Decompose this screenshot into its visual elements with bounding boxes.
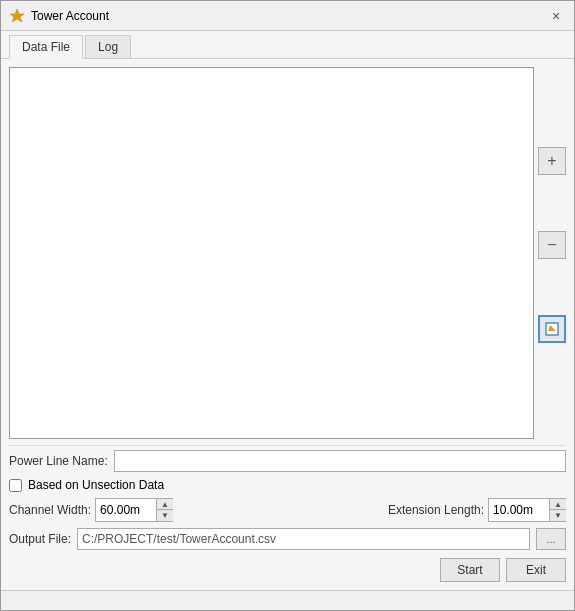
extension-length-group: Extension Length: ▲ ▼ [388, 498, 566, 522]
channel-width-spinner: ▲ ▼ [95, 498, 173, 522]
based-on-label: Based on Unsection Data [28, 478, 164, 492]
svg-marker-0 [10, 9, 24, 22]
extension-length-label: Extension Length: [388, 503, 484, 517]
browse-button[interactable]: ... [536, 528, 566, 550]
add-button[interactable]: + [538, 147, 566, 175]
main-window: Tower Account × Data File Log + − [0, 0, 575, 611]
window-title: Tower Account [31, 9, 109, 23]
status-bar [1, 590, 574, 610]
side-buttons: + − [538, 67, 566, 439]
action-row: Start Exit [9, 556, 566, 582]
channel-width-input[interactable] [96, 499, 156, 521]
channel-width-arrows: ▲ ▼ [156, 499, 172, 521]
title-bar: Tower Account × [1, 1, 574, 31]
channel-width-label: Channel Width: [9, 503, 91, 517]
tab-data-file[interactable]: Data File [9, 35, 83, 59]
output-file-input[interactable] [77, 528, 530, 550]
edit-button[interactable] [538, 315, 566, 343]
title-bar-left: Tower Account [9, 8, 109, 24]
checkbox-row: Based on Unsection Data [9, 478, 566, 492]
tab-bar: Data File Log [1, 31, 574, 59]
power-line-name-label: Power Line Name: [9, 454, 108, 468]
power-line-name-input[interactable] [114, 450, 566, 472]
extension-length-input[interactable] [489, 499, 549, 521]
start-button[interactable]: Start [440, 558, 500, 582]
based-on-checkbox[interactable] [9, 479, 22, 492]
app-icon [9, 8, 25, 24]
output-file-row: Output File: ... [9, 528, 566, 550]
extension-length-up[interactable]: ▲ [550, 499, 566, 510]
data-list[interactable] [9, 67, 534, 439]
exit-button[interactable]: Exit [506, 558, 566, 582]
power-line-name-row: Power Line Name: [9, 450, 566, 472]
output-file-label: Output File: [9, 532, 71, 546]
content-area: + − Power Line Name: [1, 59, 574, 590]
close-button[interactable]: × [546, 6, 566, 26]
extension-length-spinner: ▲ ▼ [488, 498, 566, 522]
main-panel: + − [9, 67, 566, 439]
form-section: Power Line Name: Based on Unsection Data… [9, 445, 566, 582]
channel-width-down[interactable]: ▼ [157, 510, 173, 521]
remove-button[interactable]: − [538, 231, 566, 259]
extension-length-arrows: ▲ ▼ [549, 499, 565, 521]
params-row: Channel Width: ▲ ▼ Extension Length: [9, 498, 566, 522]
channel-width-group: Channel Width: ▲ ▼ [9, 498, 173, 522]
extension-length-down[interactable]: ▼ [550, 510, 566, 521]
tab-log[interactable]: Log [85, 35, 131, 58]
channel-width-up[interactable]: ▲ [157, 499, 173, 510]
